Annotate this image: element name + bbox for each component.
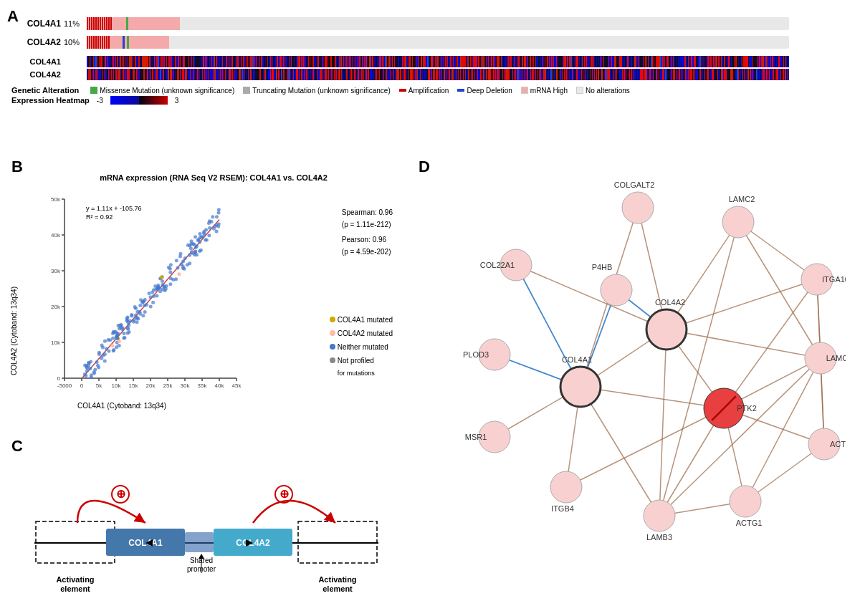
svg-text:ITGB4: ITGB4	[551, 504, 574, 513]
svg-point-78	[550, 471, 582, 503]
legend-col4a2-mutated: COL4A2 mutated	[338, 329, 393, 337]
svg-text:element: element	[322, 584, 353, 593]
legend-col4a1-mutated: COL4A1 mutated	[338, 316, 393, 324]
svg-text:element: element	[60, 584, 90, 593]
svg-text:Activating: Activating	[56, 575, 94, 584]
legend-deep-deletion: Deep Deletion	[467, 87, 512, 95]
svg-point-70	[601, 274, 632, 306]
gene1-name: COL4A1	[22, 19, 61, 29]
svg-text:LAMC1: LAMC1	[826, 354, 846, 362]
legend-not-profiled: Not profiled	[338, 357, 374, 365]
svg-text:COL4A2: COL4A2	[655, 298, 685, 307]
scatter-legend: COL4A1 mutated COL4A2 mutated Neither mu…	[330, 313, 393, 380]
svg-line-30	[666, 279, 817, 329]
svg-text:P4HB: P4HB	[592, 263, 613, 271]
legend-amplification: Amplification	[408, 87, 449, 95]
svg-text:COL4A2: COL4A2	[236, 538, 270, 548]
legend-section: Genetic Alteration Missense Mutation (un…	[11, 86, 630, 105]
panel-b-label: B	[11, 158, 23, 176]
svg-text:MSR1: MSR1	[465, 433, 487, 441]
svg-point-64	[722, 206, 754, 238]
svg-text:ACTN2: ACTN2	[830, 440, 846, 448]
svg-point-55	[560, 367, 601, 407]
heatmap-gene1-label: COL4A1	[22, 57, 61, 66]
svg-text:ITGA10: ITGA10	[822, 275, 846, 284]
gene2-pct: 10%	[64, 38, 87, 47]
promoter-diagram: COL4A1 COL4A2 ⊕ ⊕ Activating element Sha…	[20, 457, 393, 607]
spearman-p: (p = 1.11e-212)	[342, 218, 393, 231]
gene1-alteration-bar	[87, 17, 789, 30]
svg-line-44	[745, 358, 821, 501]
svg-point-80	[644, 500, 675, 531]
panel-c-label: C	[11, 437, 23, 456]
svg-text:COL4A1: COL4A1	[562, 355, 592, 364]
svg-line-32	[659, 329, 666, 516]
legend-truncating: Truncating Mutation (unknown significanc…	[252, 87, 391, 95]
gene1-pct: 11%	[64, 19, 87, 28]
svg-text:PTK2: PTK2	[737, 404, 757, 413]
legend-neither-mutated: Neither mutated	[338, 343, 388, 351]
svg-line-49	[516, 265, 666, 329]
y-axis-label: COL4A2 (Cytoband: 13q34)	[10, 287, 18, 375]
svg-text:LAMB3: LAMB3	[646, 533, 672, 542]
svg-text:LAMC2: LAMC2	[729, 195, 755, 203]
svg-point-82	[730, 486, 761, 517]
svg-text:PLOD3: PLOD3	[463, 350, 489, 359]
legend-missense: Missense Mutation (unknown significance)	[100, 87, 234, 95]
heatmap-min: -3	[97, 97, 103, 105]
svg-text:ACTG1: ACTG1	[736, 519, 763, 527]
svg-line-23	[580, 387, 724, 408]
svg-line-29	[666, 329, 821, 358]
svg-point-57	[646, 309, 687, 350]
gene2-name: COL4A2	[22, 37, 61, 47]
svg-text:Activating: Activating	[318, 575, 356, 584]
svg-line-35	[724, 279, 817, 408]
panel-a-label: A	[7, 7, 19, 26]
legend-no-alterations: No alterations	[586, 87, 630, 95]
svg-point-62	[622, 192, 654, 223]
panel-c: C COL4A1 COL4A2 ⊕	[6, 437, 400, 609]
heatmap-max: 3	[175, 97, 179, 105]
svg-text:COL22A1: COL22A1	[480, 261, 515, 269]
svg-text:COLGALT2: COLGALT2	[614, 181, 655, 189]
scatter-title: mRNA expression (RNA Seq V2 RSEM): COL4A…	[42, 173, 386, 182]
legend-not-profiled-sub: for mutations	[338, 367, 393, 380]
heatmap-gene2-label: COL4A2	[22, 70, 61, 79]
network-graph: COL4A1COL4A2PTK2COLGALT2LAMC2COL22A1ITGA…	[416, 165, 846, 602]
gene2-alteration-bar	[87, 36, 789, 49]
pearson-p: (p = 4.59e-202)	[342, 246, 393, 258]
genetic-alteration-label: Genetic Alteration	[11, 86, 79, 95]
svg-line-26	[580, 387, 659, 516]
svg-line-41	[659, 222, 738, 516]
svg-rect-7	[185, 532, 214, 552]
scatter-stats: Spearman: 0.96 (p = 1.11e-212) Pearson: …	[342, 206, 393, 258]
svg-text:⊕: ⊕	[280, 488, 289, 500]
legend-mrna-high: mRNA High	[530, 87, 568, 95]
spearman-stat: Spearman: 0.96	[342, 206, 393, 218]
panel-a: A COL4A1 11% C	[6, 6, 851, 149]
heatmap-section: COL4A1 COL4A2	[22, 56, 789, 80]
expression-heatmap-label: Expression Heatmap	[11, 96, 90, 105]
panel-b: B mRNA expression (RNA Seq V2 RSEM): COL…	[6, 158, 400, 423]
panel-d: D COL4A1COL4A2PTK2COLGALT2LAMC2COL22A1IT…	[416, 158, 853, 609]
svg-text:⊕: ⊕	[116, 488, 125, 500]
pearson-stat: Pearson: 0.96	[342, 234, 393, 246]
